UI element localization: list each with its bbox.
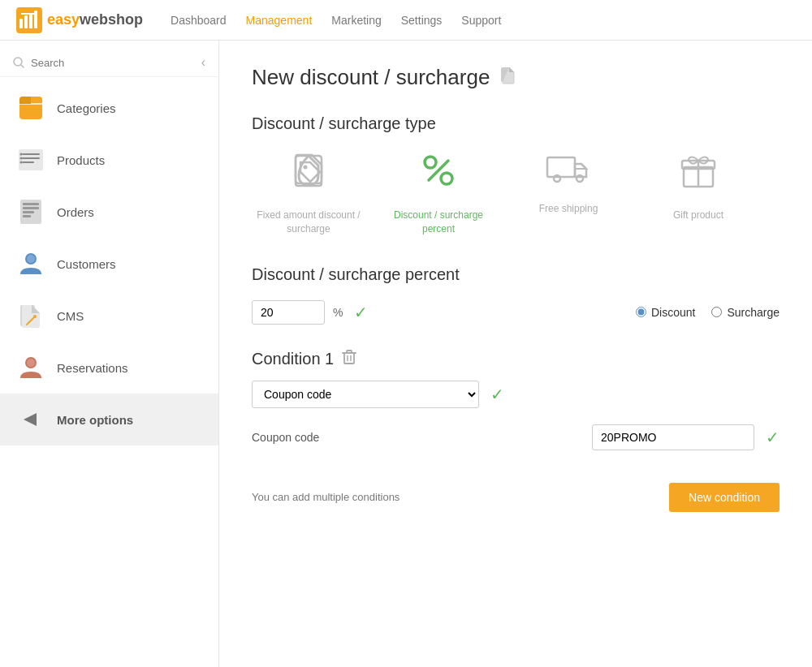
svg-point-27 bbox=[304, 166, 308, 170]
svg-marker-25 bbox=[24, 413, 37, 426]
search-input[interactable] bbox=[31, 57, 161, 69]
condition-type-select[interactable]: Coupon code Order total Product in cart … bbox=[252, 381, 479, 408]
condition-header: Condition 1 bbox=[252, 349, 780, 369]
sidebar-label-customers: Customers bbox=[57, 257, 116, 271]
orders-icon bbox=[16, 197, 45, 226]
sidebar-label-cms: CMS bbox=[57, 309, 84, 323]
bottom-bar: You can add multiple conditions New cond… bbox=[252, 475, 780, 512]
delete-condition-icon[interactable] bbox=[342, 349, 356, 369]
svg-rect-16 bbox=[23, 207, 39, 209]
svg-point-11 bbox=[20, 153, 23, 156]
section-percent-title: Discount / surcharge percent bbox=[252, 265, 780, 284]
sidebar-item-products[interactable]: Products bbox=[0, 134, 218, 186]
coupon-input[interactable] bbox=[592, 424, 754, 450]
reservations-icon bbox=[16, 353, 45, 382]
freeshipping-icon bbox=[546, 149, 591, 194]
sidebar-item-customers[interactable]: Customers bbox=[0, 238, 218, 290]
top-navigation: easywebshop Dashboard Management Marketi… bbox=[0, 0, 812, 41]
svg-line-6 bbox=[21, 65, 24, 67]
svg-point-22 bbox=[33, 315, 37, 318]
logo: easywebshop bbox=[16, 7, 143, 33]
svg-point-32 bbox=[554, 175, 560, 182]
svg-rect-15 bbox=[23, 203, 39, 205]
gift-icon bbox=[677, 149, 719, 200]
svg-rect-31 bbox=[547, 157, 575, 177]
sidebar: ‹ Categories bbox=[0, 41, 219, 667]
condition-section: Condition 1 Coupon code Order total Prod… bbox=[252, 349, 780, 450]
nav-support[interactable]: Support bbox=[461, 14, 501, 27]
fixed-icon bbox=[287, 149, 330, 200]
section-type-title: Discount / surcharge type bbox=[252, 114, 780, 133]
svg-rect-17 bbox=[23, 211, 34, 213]
type-card-gift[interactable]: Gift product bbox=[641, 149, 755, 236]
sidebar-item-orders[interactable]: Orders bbox=[0, 186, 218, 238]
more-options-icon bbox=[16, 405, 45, 434]
radio-surcharge-label: Surcharge bbox=[727, 306, 780, 319]
nav-settings[interactable]: Settings bbox=[401, 14, 443, 27]
svg-rect-7 bbox=[19, 149, 43, 170]
percent-unit: % bbox=[333, 306, 343, 319]
condition-type-row: Coupon code Order total Product in cart … bbox=[252, 381, 780, 408]
svg-rect-1 bbox=[19, 19, 23, 28]
page-header: New discount / surcharge bbox=[252, 65, 780, 90]
logo-icon bbox=[16, 7, 42, 33]
main-content: New discount / surcharge Discount / surc… bbox=[219, 41, 812, 667]
page-title-doc-icon bbox=[499, 67, 516, 88]
svg-rect-37 bbox=[344, 353, 354, 364]
page-title: New discount / surcharge bbox=[252, 65, 490, 90]
svg-rect-3 bbox=[29, 13, 32, 28]
svg-rect-2 bbox=[24, 15, 28, 28]
coupon-label: Coupon code bbox=[252, 431, 414, 444]
condition-select-confirm-icon: ✓ bbox=[490, 385, 504, 404]
multiple-conditions-text: You can add multiple conditions bbox=[252, 491, 400, 503]
svg-point-20 bbox=[27, 255, 35, 263]
svg-point-12 bbox=[20, 157, 23, 160]
products-icon bbox=[16, 145, 45, 174]
customers-icon bbox=[16, 249, 45, 278]
svg-point-28 bbox=[425, 157, 436, 168]
sidebar-label-products: Products bbox=[57, 153, 105, 167]
svg-point-24 bbox=[27, 359, 35, 367]
sidebar-item-categories[interactable]: Categories bbox=[0, 82, 218, 134]
sidebar-item-reservations[interactable]: Reservations bbox=[0, 342, 218, 394]
svg-point-29 bbox=[441, 173, 452, 184]
percent-input[interactable] bbox=[252, 300, 325, 325]
percent-section: Discount / surcharge percent % ✓ Discoun… bbox=[252, 265, 780, 325]
percent-input-row: % ✓ Discount Surcharge bbox=[252, 300, 780, 325]
fixed-label: Fixed amount discount / surcharge bbox=[252, 209, 365, 236]
freeshipping-label: Free shipping bbox=[539, 202, 598, 216]
sidebar-item-more-options[interactable]: More options bbox=[0, 394, 218, 445]
condition-title: Condition 1 bbox=[252, 350, 334, 368]
discount-type-cards: Fixed amount discount / surcharge Discou… bbox=[252, 149, 780, 236]
type-card-percent[interactable]: Discount / surcharge percent bbox=[382, 149, 495, 236]
svg-point-33 bbox=[577, 175, 583, 182]
sidebar-label-reservations: Reservations bbox=[57, 361, 128, 375]
gift-label: Gift product bbox=[673, 209, 723, 222]
radio-discount-input[interactable] bbox=[636, 307, 646, 317]
type-card-fixed[interactable]: Fixed amount discount / surcharge bbox=[252, 149, 365, 236]
radio-surcharge-input[interactable] bbox=[711, 307, 722, 317]
nav-dashboard[interactable]: Dashboard bbox=[171, 14, 227, 27]
svg-line-30 bbox=[429, 161, 448, 180]
percent-label: Discount / surcharge percent bbox=[382, 209, 495, 236]
radio-discount[interactable]: Discount bbox=[636, 306, 695, 319]
new-condition-button[interactable]: New condition bbox=[669, 483, 780, 512]
cms-icon bbox=[16, 301, 45, 330]
coupon-row: Coupon code ✓ bbox=[252, 424, 780, 450]
sidebar-label-more-options: More options bbox=[57, 413, 133, 427]
sidebar-item-cms[interactable]: CMS bbox=[0, 290, 218, 342]
search-icon bbox=[13, 57, 24, 68]
svg-rect-18 bbox=[23, 215, 31, 217]
type-card-freeshipping[interactable]: Free shipping bbox=[512, 149, 625, 236]
nav-management[interactable]: Management bbox=[246, 14, 313, 27]
radio-surcharge[interactable]: Surcharge bbox=[711, 306, 780, 319]
discount-surcharge-radio-group: Discount Surcharge bbox=[636, 306, 780, 319]
logo-text: easywebshop bbox=[47, 11, 143, 28]
sidebar-label-categories: Categories bbox=[57, 101, 116, 115]
svg-point-13 bbox=[20, 161, 23, 164]
sidebar-collapse-button[interactable]: ‹ bbox=[201, 55, 205, 70]
radio-discount-label: Discount bbox=[651, 306, 695, 319]
nav-marketing[interactable]: Marketing bbox=[331, 14, 381, 27]
percent-icon bbox=[417, 149, 460, 200]
categories-icon bbox=[16, 93, 45, 123]
